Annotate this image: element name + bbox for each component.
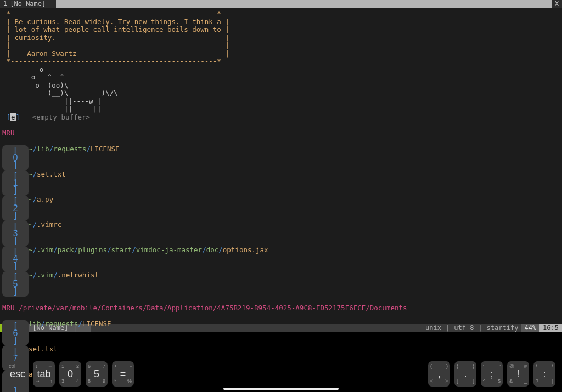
soft-key[interactable]: 01234	[59, 361, 81, 387]
cow-ascii: o o ^__^ o (oo)\________ (__)\ )\/\ ||--…	[0, 66, 562, 113]
tab-title: [No Name]	[10, 0, 46, 8]
mru-item[interactable]: [0] ~/lib/requests/LICENSE	[2, 145, 562, 171]
blank	[0, 297, 562, 305]
blank	[0, 313, 562, 321]
soft-key[interactable]: 56789	[86, 361, 108, 387]
tab-sep: -	[48, 0, 52, 8]
mru-item[interactable]: [3] ~/.vimrc	[2, 221, 562, 246]
mru-item[interactable]: [4] ~/.vim/pack/plugins/start/vimdoc-ja-…	[2, 246, 562, 271]
home-indicator	[223, 388, 339, 390]
tab-current[interactable]: 1 [No Name] -	[0, 0, 56, 8]
blank	[0, 137, 562, 145]
mru2-heading: MRU /private/var/mobile/Containers/Data/…	[0, 304, 562, 313]
soft-key[interactable]: escctrl	[7, 361, 29, 387]
soft-key[interactable]: tab↓←→↑	[33, 361, 55, 387]
soft-key[interactable]: ,()<>	[428, 361, 450, 387]
soft-key[interactable]: .{}[]	[454, 361, 476, 387]
buffer-area: *---------------------------------------…	[0, 8, 562, 324]
mru-item[interactable]: [5] ~/.vim/.netrwhist	[2, 271, 562, 297]
soft-key[interactable]: =+-*%	[112, 361, 134, 387]
tab-bar: 1 [No Name] - X	[0, 0, 562, 8]
mru-item[interactable]: [2] ~/a.py	[2, 196, 562, 221]
mru-item[interactable]: [1] ~/set.txt	[2, 171, 562, 196]
soft-key[interactable]: :/\?|	[533, 361, 555, 387]
tab-close-button[interactable]: X	[552, 0, 562, 8]
mru-heading: MRU	[0, 129, 562, 138]
mru-item[interactable]: [6] lib/requests/LICENSE	[2, 320, 562, 345]
empty-buffer-entry[interactable]: [e] <empty buffer>	[0, 113, 562, 122]
mru-list-home: [0] ~/lib/requests/LICENSE [1] ~/set.txt…	[0, 145, 562, 297]
soft-key[interactable]: !@#&_	[507, 361, 529, 387]
blank	[0, 121, 562, 129]
soft-key[interactable]: ;'"^$	[481, 361, 503, 387]
keyboard-accessory-row: escctrltab↓←→↑0123456789=+-*% ,()<>.{}[]…	[0, 359, 562, 392]
quote-block: *---------------------------------------…	[0, 10, 562, 66]
tab-index: 1	[3, 0, 7, 8]
